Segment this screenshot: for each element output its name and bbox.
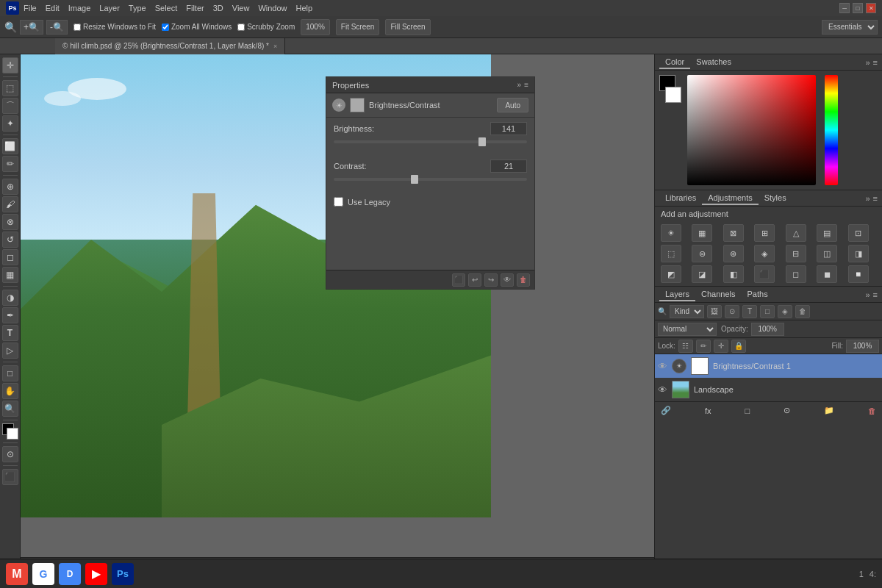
layer-item-landscape[interactable]: 👁 Landscape <box>655 378 882 401</box>
fit-screen-button[interactable]: Fit Screen <box>336 19 380 35</box>
auto-button[interactable]: Auto <box>497 98 528 112</box>
lock-transparent-btn[interactable]: ☷ <box>678 340 693 353</box>
scrubby-zoom-input[interactable] <box>237 24 245 31</box>
adj-channel-mixer[interactable]: ⊛ <box>723 245 744 262</box>
fg-bg-colors[interactable] <box>2 423 18 440</box>
panel-redo-btn[interactable]: ↪ <box>484 273 498 287</box>
layers-menu[interactable]: ≡ <box>873 290 878 299</box>
adj-hsl[interactable]: ▤ <box>817 224 837 242</box>
zoom-all-input[interactable] <box>162 24 169 31</box>
hue-strip[interactable] <box>825 75 838 185</box>
pen-tool[interactable]: ✒ <box>2 307 18 323</box>
color-panel-expand[interactable]: » <box>865 58 870 67</box>
scrubby-zoom-checkbox[interactable]: Scrubby Zoom <box>237 23 295 31</box>
tab-adjustments[interactable]: Adjustments <box>702 192 759 205</box>
contrast-value[interactable]: 21 <box>490 159 527 173</box>
dodge-tool[interactable]: ◑ <box>2 290 18 306</box>
filter-type-btn[interactable]: T <box>742 305 757 318</box>
adj-panel-menu[interactable]: ≡ <box>873 194 878 203</box>
adj-gradient[interactable]: ⬛ <box>754 265 775 283</box>
taskbar-photoshop[interactable]: Ps <box>112 563 134 585</box>
menu-view[interactable]: View <box>232 4 250 12</box>
taskbar-docs[interactable]: D <box>59 563 81 585</box>
tab-color[interactable]: Color <box>659 56 690 69</box>
panel-menu-btn[interactable]: ≡ <box>524 81 528 89</box>
zoom-out-icon[interactable]: -🔍 <box>46 20 68 35</box>
zoom-icon[interactable]: 🔍 <box>4 21 17 33</box>
adj-color-balance[interactable]: ⊡ <box>848 224 869 242</box>
layer-delete-btn[interactable]: 🗑 <box>868 406 876 415</box>
layer-item-brightness[interactable]: 👁 ☀ Brightness/Contrast 1 <box>655 354 882 378</box>
adj-selective-color[interactable]: ◪ <box>692 265 712 283</box>
eraser-tool[interactable]: ◻ <box>2 249 18 265</box>
tab-paths[interactable]: Paths <box>742 288 774 301</box>
zoom-tool[interactable]: 🔍 <box>2 401 18 417</box>
lock-position-btn[interactable]: ✛ <box>714 340 728 353</box>
menu-image[interactable]: Image <box>68 4 91 12</box>
document-tab[interactable]: © hill climb.psd @ 25% (Brightness/Contr… <box>55 38 285 54</box>
zoom-all-windows-checkbox[interactable]: Zoom All Windows <box>162 23 232 31</box>
color-panel-menu[interactable]: ≡ <box>873 58 878 67</box>
menu-edit[interactable]: Edit <box>46 4 60 12</box>
clone-tool[interactable]: ⊗ <box>2 214 18 230</box>
panel-undo-btn[interactable]: ↩ <box>468 273 481 287</box>
tab-close-button[interactable]: × <box>273 43 277 50</box>
path-select-tool[interactable]: ▷ <box>2 343 18 359</box>
filter-adj-btn[interactable]: ⊙ <box>725 305 739 318</box>
background-color[interactable] <box>665 87 681 103</box>
lasso-tool[interactable]: ⌒ <box>2 98 18 114</box>
tab-styles[interactable]: Styles <box>759 192 792 205</box>
history-brush-tool[interactable]: ↺ <box>2 232 18 248</box>
contrast-slider-track[interactable] <box>334 178 527 181</box>
tab-layers[interactable]: Layers <box>659 288 695 301</box>
selection-tool[interactable]: ⬚ <box>2 80 18 96</box>
panel-delete-btn[interactable]: 🗑 <box>517 273 530 287</box>
zoom-value-btn[interactable]: 100% <box>301 19 330 35</box>
layer-adj-btn[interactable]: ⊙ <box>784 406 790 415</box>
adj-invert[interactable]: ⊟ <box>786 245 806 262</box>
adj-pattern[interactable]: ◻ <box>786 265 806 283</box>
adj-solid-color[interactable]: ◧ <box>723 265 744 283</box>
quick-select-tool[interactable]: ✦ <box>2 115 18 132</box>
adj-vibrance[interactable]: △ <box>786 224 806 242</box>
visibility-eye-2[interactable]: 👁 <box>658 384 667 395</box>
visibility-eye-1[interactable]: 👁 <box>658 361 667 372</box>
contrast-slider[interactable] <box>334 178 527 188</box>
adj-brightness[interactable]: ☀ <box>661 224 681 242</box>
resize-windows-input[interactable] <box>74 24 81 31</box>
layer-group-btn[interactable]: 📁 <box>824 406 834 415</box>
lock-all-btn[interactable]: 🔒 <box>731 340 746 353</box>
blend-mode-select[interactable]: Normal <box>658 323 717 336</box>
close-button[interactable]: ✕ <box>866 3 876 13</box>
opacity-input[interactable] <box>751 323 784 336</box>
brightness-slider[interactable] <box>334 140 527 151</box>
adj-posterize[interactable]: ◫ <box>817 245 837 262</box>
color-gradient-box[interactable] <box>687 75 816 185</box>
filter-pixel-btn[interactable]: 🖼 <box>707 305 722 318</box>
menu-window[interactable]: Window <box>258 4 287 12</box>
adj-gradient-map[interactable]: ◩ <box>661 265 681 283</box>
screen-mode-tool[interactable]: ⬛ <box>2 469 18 485</box>
resize-windows-checkbox[interactable]: Resize Windows to Fit <box>74 23 156 31</box>
move-tool[interactable]: ✛ <box>2 57 18 74</box>
fill-input[interactable] <box>846 340 879 353</box>
adj-exposure[interactable]: ⊞ <box>754 224 775 242</box>
essentials-dropdown[interactable]: Essentials <box>822 20 878 35</box>
adj-panel-expand[interactable]: » <box>865 194 870 203</box>
tab-channels[interactable]: Channels <box>695 288 741 301</box>
adj-curves[interactable]: ⊠ <box>723 224 744 242</box>
filter-shape-btn[interactable]: □ <box>760 305 775 318</box>
adj-photo-filter[interactable]: ⊜ <box>692 245 712 262</box>
eyedropper-tool[interactable]: ✏ <box>2 156 18 172</box>
taskbar-gmail[interactable]: M <box>6 563 28 585</box>
minimize-button[interactable]: ─ <box>839 3 850 13</box>
crop-tool[interactable]: ⬜ <box>2 138 18 154</box>
filter-smart-btn[interactable]: ◈ <box>778 305 792 318</box>
adj-extra-1[interactable]: ◼ <box>817 265 837 283</box>
lock-pixels-btn[interactable]: ✏ <box>696 340 711 353</box>
adj-bw[interactable]: ⬚ <box>661 245 681 262</box>
layer-link-btn[interactable]: 🔗 <box>661 406 671 415</box>
panel-clip-btn[interactable]: ⬛ <box>452 273 465 287</box>
fill-screen-button[interactable]: Fill Screen <box>385 19 430 35</box>
shape-tool[interactable]: □ <box>2 365 18 381</box>
